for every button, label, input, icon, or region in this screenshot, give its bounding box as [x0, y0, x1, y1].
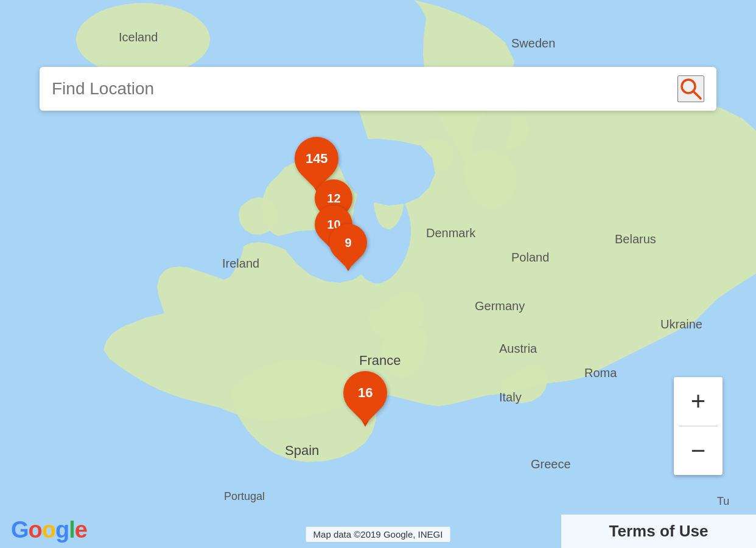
zoom-in-button[interactable]: + — [674, 377, 723, 426]
svg-line-32 — [693, 91, 701, 99]
map-pin-9[interactable]: 9 — [329, 224, 367, 271]
svg-text:Iceland: Iceland — [119, 30, 158, 44]
pin-label-16: 16 — [358, 385, 373, 401]
svg-text:Italy: Italy — [499, 390, 522, 404]
search-icon — [679, 77, 703, 101]
svg-text:Tu: Tu — [717, 495, 729, 507]
svg-text:France: France — [359, 353, 401, 368]
map-container: Iceland Sweden Ireland Denmark Poland Be… — [0, 0, 756, 548]
svg-text:Portugal: Portugal — [224, 490, 265, 502]
zoom-out-button[interactable]: − — [674, 426, 723, 475]
svg-text:Poland: Poland — [511, 251, 549, 264]
terms-of-use-link[interactable]: Terms of Use — [561, 515, 756, 548]
map-pin-16[interactable]: 16 — [343, 371, 387, 427]
pin-label-145: 145 — [306, 151, 328, 167]
svg-text:Spain: Spain — [285, 443, 319, 458]
pin-label-9: 9 — [345, 236, 351, 250]
svg-text:Germany: Germany — [475, 299, 525, 313]
zoom-controls: + − — [674, 377, 723, 475]
map-attribution: Map data ©2019 Google, INEGI — [306, 527, 450, 542]
svg-text:Ireland: Ireland — [222, 257, 259, 270]
svg-text:Roma: Roma — [584, 366, 617, 380]
svg-text:Sweden: Sweden — [511, 36, 555, 50]
search-button[interactable] — [677, 75, 704, 102]
svg-text:Belarus: Belarus — [615, 232, 656, 246]
svg-text:Ukraine: Ukraine — [660, 317, 702, 331]
svg-text:Greece: Greece — [531, 457, 571, 471]
svg-text:Denmark: Denmark — [426, 226, 476, 240]
google-logo: Google — [11, 517, 87, 543]
search-input[interactable] — [52, 79, 677, 99]
bottom-bar: Google Map data ©2019 Google, INEGI Term… — [0, 515, 756, 548]
pin-label-12: 12 — [327, 192, 340, 206]
svg-text:Austria: Austria — [499, 342, 537, 355]
search-bar — [40, 67, 716, 111]
